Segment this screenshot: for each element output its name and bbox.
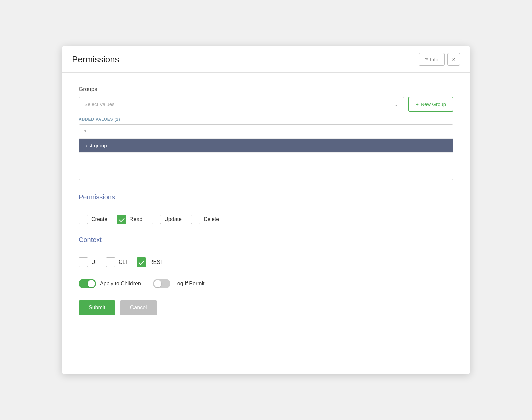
submit-button[interactable]: Submit <box>79 300 115 315</box>
select-placeholder: Select Values <box>84 101 115 107</box>
toggle-knob-off <box>154 280 161 287</box>
groups-select[interactable]: Select Values ⌄ <box>79 97 404 111</box>
apply-children-toggle[interactable] <box>79 279 96 288</box>
cli-label: CLI <box>119 259 127 265</box>
value-wildcard: * <box>84 129 86 134</box>
ui-label: UI <box>91 259 97 265</box>
context-heading: Context <box>79 236 453 244</box>
checkbox-ui: UI <box>79 257 97 267</box>
info-label: Info <box>430 57 438 62</box>
toggle-knob-on <box>88 280 95 287</box>
toggle-apply-children: Apply to Children <box>79 279 141 288</box>
log-permit-label: Log If Permit <box>174 281 205 287</box>
cancel-button[interactable]: Cancel <box>120 300 157 315</box>
checkbox-delete: Delete <box>191 215 219 224</box>
modal-body: Groups Select Values ⌄ + New Group ADDED… <box>62 73 470 374</box>
list-item[interactable]: * <box>79 125 453 139</box>
list-empty-space <box>79 153 453 180</box>
plus-icon: + <box>416 101 419 107</box>
modal-title: Permissions <box>72 54 119 65</box>
checkbox-create: Create <box>79 215 107 224</box>
create-label: Create <box>91 216 107 222</box>
update-label: Update <box>164 216 182 222</box>
apply-children-label: Apply to Children <box>100 281 141 287</box>
read-checkbox[interactable] <box>117 215 126 224</box>
ui-checkbox[interactable] <box>79 257 88 267</box>
groups-label: Groups <box>79 86 453 93</box>
footer-actions: Submit Cancel <box>79 300 453 315</box>
context-divider <box>79 248 453 248</box>
permissions-checkboxes-row: Create Read Update Delete <box>79 215 453 224</box>
create-checkbox[interactable] <box>79 215 88 224</box>
close-icon: × <box>452 56 456 63</box>
modal-header: Permissions ? Info × <box>62 46 470 73</box>
header-actions: ? Info × <box>419 53 460 66</box>
permissions-divider <box>79 205 453 205</box>
new-group-label: New Group <box>421 101 446 107</box>
rest-label: REST <box>149 259 164 265</box>
info-button[interactable]: ? Info <box>419 53 445 66</box>
question-icon: ? <box>425 57 428 62</box>
toggle-log-permit: Log If Permit <box>153 279 205 288</box>
cli-checkbox[interactable] <box>106 257 115 267</box>
rest-checkbox[interactable] <box>137 257 146 267</box>
update-checkbox[interactable] <box>152 215 161 224</box>
read-label: Read <box>129 216 142 222</box>
list-item[interactable]: test-group <box>79 139 453 153</box>
checkbox-cli: CLI <box>106 257 127 267</box>
delete-checkbox[interactable] <box>191 215 200 224</box>
close-button[interactable]: × <box>447 53 460 66</box>
permissions-heading: Permissions <box>79 193 453 201</box>
added-values-label: ADDED VALUES (2) <box>79 117 453 122</box>
checkbox-update: Update <box>152 215 182 224</box>
toggle-row: Apply to Children Log If Permit <box>79 279 453 288</box>
value-test-group: test-group <box>84 143 107 148</box>
permissions-modal: Permissions ? Info × Groups Select Value… <box>62 46 470 374</box>
log-permit-toggle[interactable] <box>153 279 170 288</box>
checkbox-rest: REST <box>137 257 164 267</box>
groups-row: Select Values ⌄ + New Group <box>79 97 453 112</box>
checkbox-read: Read <box>117 215 142 224</box>
new-group-button[interactable]: + New Group <box>408 97 453 112</box>
delete-label: Delete <box>204 216 219 222</box>
chevron-down-icon: ⌄ <box>394 102 398 107</box>
values-list: * test-group <box>79 124 453 180</box>
context-checkboxes-row: UI CLI REST <box>79 257 453 267</box>
